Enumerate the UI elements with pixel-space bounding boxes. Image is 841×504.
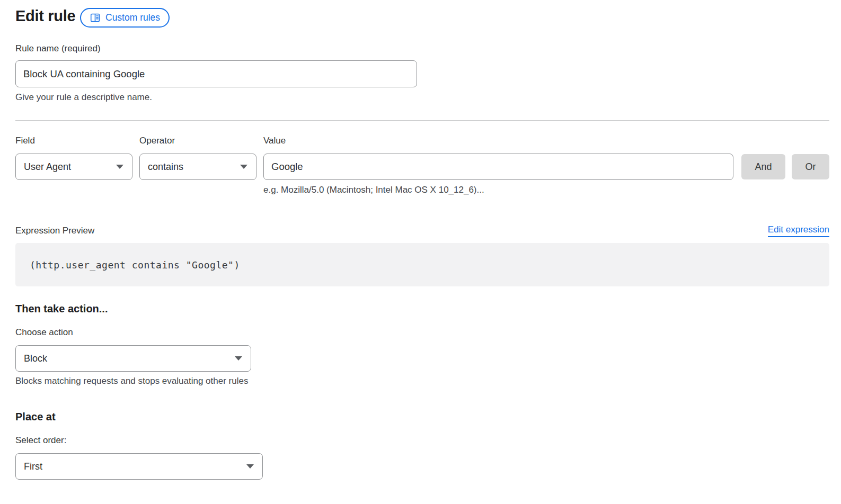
or-button[interactable]: Or xyxy=(792,154,829,179)
field-select-value: User Agent xyxy=(24,161,71,173)
order-select[interactable]: First xyxy=(15,453,263,480)
value-label: Value xyxy=(263,136,286,146)
order-select-value: First xyxy=(24,461,42,472)
chevron-down-icon xyxy=(235,356,242,361)
section-divider xyxy=(15,120,829,121)
field-select[interactable]: User Agent xyxy=(15,154,132,180)
rule-name-helper: Give your rule a descriptive name. xyxy=(15,92,152,103)
value-input[interactable] xyxy=(263,154,733,180)
operator-select[interactable]: contains xyxy=(139,154,256,180)
field-label: Field xyxy=(15,136,35,146)
action-helper: Blocks matching requests and stops evalu… xyxy=(15,375,248,386)
operator-label: Operator xyxy=(139,136,175,146)
select-order-label: Select order: xyxy=(15,435,66,446)
chevron-down-icon xyxy=(116,165,123,169)
book-icon xyxy=(90,12,101,23)
edit-rule-page: { "accent": "#1a73e8", "header": { "titl… xyxy=(0,0,841,504)
custom-rules-label: Custom rules xyxy=(105,12,160,23)
choose-action-label: Choose action xyxy=(15,327,73,338)
place-at-heading: Place at xyxy=(15,411,56,423)
expression-code: (http.user_agent contains "Google") xyxy=(15,259,240,271)
chevron-down-icon xyxy=(246,464,254,469)
page-title: Edit rule xyxy=(15,7,75,25)
rule-name-input[interactable] xyxy=(15,60,417,87)
expression-preview-label: Expression Preview xyxy=(15,226,94,236)
action-select-value: Block xyxy=(24,353,47,364)
custom-rules-button[interactable]: Custom rules xyxy=(80,8,170,28)
value-helper: e.g. Mozilla/5.0 (Macintosh; Intel Mac O… xyxy=(263,184,484,195)
edit-expression-link[interactable]: Edit expression xyxy=(768,224,829,237)
action-select[interactable]: Block xyxy=(15,345,251,372)
then-take-action-heading: Then take action... xyxy=(15,303,108,315)
operator-select-value: contains xyxy=(148,161,183,173)
chevron-down-icon xyxy=(240,165,247,169)
expression-preview-box: (http.user_agent contains "Google") xyxy=(15,243,829,286)
and-button[interactable]: And xyxy=(741,154,785,179)
rule-name-label: Rule name (required) xyxy=(15,43,101,54)
